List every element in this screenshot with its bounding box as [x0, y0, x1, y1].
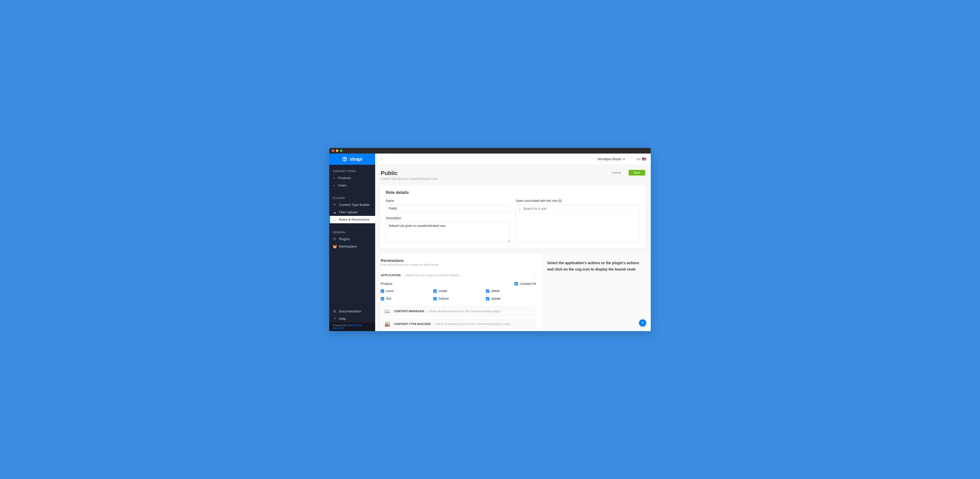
- perm-delete[interactable]: delete: [486, 289, 536, 293]
- model-name: Product: [381, 282, 392, 286]
- content: Public Default role given to unauthentic…: [375, 165, 651, 331]
- checkbox[interactable]: [381, 289, 384, 293]
- name-input[interactable]: [386, 204, 510, 212]
- sidebar-general: GENERAL ☰Plugins 🧺Marketplace: [329, 226, 375, 253]
- search-icon: ⌕: [519, 206, 521, 211]
- sidebar-plugins: PLUGINS ✎Content Type Builder ☁Files Upl…: [329, 192, 375, 226]
- user-search-input[interactable]: [523, 206, 637, 212]
- chevron-left-icon: 〈: [379, 156, 383, 161]
- lang-code: EN: [637, 158, 641, 161]
- list-icon: ☰: [333, 237, 336, 241]
- window-minimize-dot[interactable]: [336, 149, 339, 152]
- checkbox[interactable]: [381, 297, 384, 300]
- cancel-button[interactable]: Cancel: [607, 170, 626, 176]
- powered-prefix: Powered by: [333, 324, 347, 327]
- plugin-title: CONTENT-MANAGER: [394, 310, 424, 313]
- sidebar-item-label: Products: [338, 176, 351, 180]
- divider: [631, 157, 631, 161]
- sidebar-item-products[interactable]: Products: [329, 174, 375, 182]
- perm-create[interactable]: create: [433, 289, 484, 293]
- main: 〈 Nirmalya Ghosh▼ EN Public Default role…: [375, 153, 651, 331]
- perm-label: update: [491, 297, 501, 300]
- group-desc: Define all your project's allowed action…: [406, 274, 460, 277]
- permissions-subtitle: Only actions bound by a route are listed…: [375, 263, 542, 270]
- book-icon: 📖: [384, 308, 390, 314]
- perm-label: count: [386, 289, 393, 293]
- perm-update[interactable]: update: [486, 297, 536, 300]
- application-group-header[interactable]: APPLICATION—Define all your project's al…: [375, 270, 542, 280]
- page-subtitle: Default role given to unauthenticated us…: [381, 177, 438, 180]
- sidebar-item-marketplace[interactable]: 🧺Marketplace: [329, 243, 375, 250]
- plugin-group-content-type-builder[interactable]: 🏭 CONTENT-TYPE-BUILDER—Define all allowe…: [381, 318, 536, 330]
- help-fab[interactable]: ?: [639, 319, 646, 326]
- permissions-card: Permissions Only actions bound by a rout…: [381, 253, 645, 331]
- checkbox[interactable]: [486, 289, 489, 293]
- perm-label: delete: [491, 289, 500, 293]
- sidebar-item-help[interactable]: ?Help: [329, 315, 375, 323]
- sidebar-item-label: Documentation: [339, 310, 361, 313]
- permissions-grid: count create delete find findone update: [375, 287, 542, 305]
- permissions-side-panel: Select the application's actions or the …: [542, 253, 651, 331]
- window-close-dot[interactable]: [332, 149, 334, 152]
- user-name: Nirmalya Ghosh: [598, 157, 621, 161]
- plugin-desc: Define all allowed actions for the Conte…: [436, 323, 511, 326]
- description-textarea[interactable]: Default role given to unauthenticated us…: [386, 222, 510, 243]
- checkbox[interactable]: [433, 297, 437, 300]
- role-details-card: Role details Name Description Default ro…: [381, 185, 645, 248]
- perm-label: create: [439, 289, 447, 293]
- checkbox[interactable]: [486, 297, 489, 300]
- language-selector[interactable]: EN: [637, 158, 646, 161]
- save-button[interactable]: Save: [628, 170, 645, 176]
- unselect-all[interactable]: Unselect All: [514, 282, 536, 286]
- plugin-title: CONTENT-TYPE-BUILDER: [394, 323, 431, 326]
- unselect-all-label: Unselect All: [520, 282, 536, 286]
- unselect-all-checkbox[interactable]: [514, 282, 518, 285]
- perm-label: find: [386, 297, 391, 300]
- group-name: APPLICATION: [381, 274, 401, 277]
- brush-icon: ✎: [333, 203, 336, 207]
- perm-findone[interactable]: findone: [433, 297, 484, 300]
- topbar: 〈 Nirmalya Ghosh▼ EN: [375, 153, 651, 165]
- file-icon: 🗎: [333, 310, 336, 313]
- card-title: Role details: [386, 190, 640, 195]
- header-actions: Cancel Save: [607, 170, 645, 176]
- users-icon: ⛬: [333, 218, 336, 222]
- sidebar-item-label: Content Type Builder: [339, 203, 370, 207]
- sidebar-footer: 🗎Documentation ?Help Powered by Strapi v…: [329, 306, 375, 331]
- sidebar-item-roles-permissions[interactable]: ⛬Roles & Permissions: [329, 216, 375, 223]
- permissions-title: Permissions: [375, 253, 542, 263]
- window-zoom-dot[interactable]: [340, 149, 342, 152]
- app-window: strapi CONTENT TYPES Products Users PLUG…: [329, 148, 651, 331]
- flag-us-icon: [642, 158, 646, 160]
- perm-find[interactable]: find: [381, 297, 431, 300]
- brand-logo[interactable]: strapi: [329, 153, 375, 165]
- sidebar-item-plugins[interactable]: ☰Plugins: [329, 235, 375, 243]
- sidebar-item-label: Help: [339, 317, 346, 321]
- sidebar-item-users[interactable]: Users: [329, 182, 375, 189]
- sidebar-item-content-type-builder[interactable]: ✎Content Type Builder: [329, 201, 375, 208]
- user-menu[interactable]: Nirmalya Ghosh▼: [598, 157, 625, 161]
- sidebar-item-files-upload[interactable]: ☁Files Upload: [329, 208, 375, 216]
- back-button[interactable]: 〈: [375, 153, 387, 165]
- checkbox[interactable]: [433, 289, 437, 293]
- sidebar-item-label: Roles & Permissions: [339, 218, 369, 222]
- strapi-icon: [342, 156, 348, 162]
- perm-count[interactable]: count: [381, 289, 431, 293]
- sidebar-item-documentation[interactable]: 🗎Documentation: [329, 308, 375, 315]
- question-icon: ?: [333, 317, 336, 321]
- powered-by: Powered by Strapi v3.0.0-beta.18.3: [329, 323, 375, 331]
- sidebar-item-label: Plugins: [339, 237, 350, 241]
- user-search-panel: ⌕: [516, 204, 640, 243]
- section-title: PLUGINS: [329, 194, 375, 201]
- permissions-left: Permissions Only actions bound by a rout…: [375, 253, 542, 331]
- sidebar-item-label: Users: [338, 184, 347, 187]
- chevron-up-icon: ˄: [535, 273, 536, 277]
- chevron-down-icon: ˅: [531, 310, 532, 313]
- app-body: strapi CONTENT TYPES Products Users PLUG…: [329, 153, 651, 331]
- plugin-group-content-manager[interactable]: 📖 CONTENT-MANAGER—Define all allowed act…: [381, 305, 536, 317]
- perm-label: findone: [439, 297, 449, 300]
- sidebar-item-label: Files Upload: [339, 210, 357, 214]
- brand-name: strapi: [350, 156, 362, 162]
- bullet-icon: [333, 185, 334, 186]
- page-header: Public Default role given to unauthentic…: [381, 170, 645, 180]
